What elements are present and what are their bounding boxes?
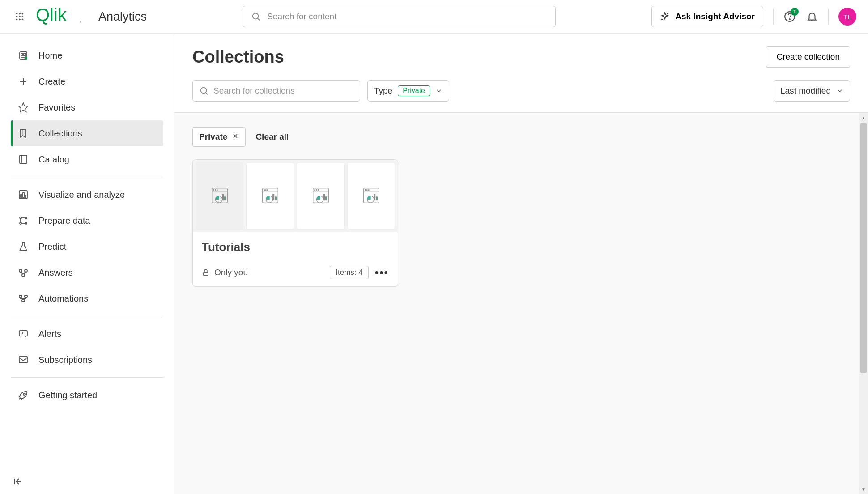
- svg-point-68: [265, 190, 266, 191]
- logo-area[interactable]: Qlik: [36, 7, 85, 26]
- close-icon[interactable]: [232, 132, 239, 142]
- card-thumbnails: [193, 160, 398, 232]
- sort-label: Last modified: [780, 86, 831, 96]
- svg-point-10: [80, 21, 81, 23]
- svg-line-55: [206, 93, 208, 95]
- sidebar-item-favorites[interactable]: Favorites: [11, 94, 163, 120]
- app-launcher-button[interactable]: [12, 9, 28, 25]
- sidebar-item-automations[interactable]: Automations: [11, 285, 163, 311]
- data-icon: [18, 215, 29, 226]
- sidebar-item-label: Predict: [38, 242, 66, 252]
- help-badge: 1: [791, 8, 799, 16]
- search-collections-input[interactable]: [213, 86, 353, 96]
- svg-point-74: [314, 190, 315, 191]
- notifications-button[interactable]: [806, 10, 818, 23]
- catalog-icon: [18, 154, 29, 165]
- chart-icon: [18, 189, 29, 200]
- scrollbar[interactable]: ▲ ▼: [859, 113, 868, 494]
- svg-rect-63: [222, 194, 223, 200]
- svg-rect-45: [25, 295, 27, 297]
- home-icon: [18, 50, 29, 61]
- type-filter[interactable]: Type Private: [367, 80, 449, 102]
- app-title: Analytics: [98, 10, 147, 24]
- sidebar-item-prepare-data[interactable]: Prepare data: [11, 208, 163, 234]
- card-right: Items: 4 •••: [330, 266, 389, 279]
- sidebar-item-collections[interactable]: Collections: [11, 120, 163, 146]
- create-collection-button[interactable]: Create collection: [766, 46, 850, 68]
- svg-point-32: [25, 217, 27, 219]
- app-thumbnail-icon: [311, 186, 331, 206]
- svg-rect-29: [23, 193, 24, 197]
- scrollbar-thumb[interactable]: [860, 123, 867, 373]
- main-content: Collections Create collection Type Priva…: [174, 34, 868, 494]
- global-search[interactable]: [243, 6, 556, 27]
- filter-chips-row: Private Clear all: [192, 127, 850, 147]
- svg-point-67: [264, 190, 264, 191]
- thumbnail: [246, 162, 294, 230]
- filter-chip-private[interactable]: Private: [192, 127, 246, 147]
- svg-line-43: [24, 272, 25, 274]
- page-title: Collections: [192, 47, 284, 67]
- user-avatar[interactable]: TL: [838, 8, 856, 26]
- search-icon: [251, 12, 261, 21]
- alert-icon: [18, 328, 29, 339]
- svg-rect-18: [21, 53, 23, 55]
- svg-line-42: [21, 272, 22, 274]
- sidebar-item-create[interactable]: Create: [11, 68, 163, 94]
- qlik-logo-icon: Qlik: [36, 7, 85, 26]
- sidebar-item-getting-started[interactable]: Getting started: [11, 382, 163, 408]
- type-value-badge: Private: [398, 85, 430, 96]
- sidebar-item-alerts[interactable]: Alerts: [11, 321, 163, 347]
- search-collections[interactable]: [192, 80, 360, 102]
- sidebar-item-answers[interactable]: Answers: [11, 260, 163, 285]
- sort-filter[interactable]: Last modified: [774, 80, 850, 102]
- svg-rect-30: [25, 196, 26, 197]
- collection-card[interactable]: Tutorials Only you Items: 4 •••: [192, 159, 398, 287]
- collapse-sidebar-button[interactable]: [13, 476, 23, 489]
- clear-all-button[interactable]: Clear all: [255, 132, 289, 142]
- sidebar-item-predict[interactable]: Predict: [11, 234, 163, 260]
- svg-point-1: [19, 13, 21, 15]
- ask-insight-advisor-button[interactable]: Ask Insight Advisor: [651, 6, 763, 27]
- visibility-label: Only you: [214, 268, 248, 277]
- svg-rect-46: [22, 300, 25, 302]
- sidebar-item-label: Alerts: [38, 329, 61, 339]
- sidebar: Home Create Favorites Collections Catalo…: [0, 34, 174, 494]
- svg-point-60: [213, 190, 214, 191]
- svg-rect-70: [272, 194, 274, 200]
- sidebar-item-subscriptions[interactable]: Subscriptions: [11, 347, 163, 373]
- svg-point-11: [253, 13, 259, 19]
- insight-label: Ask Insight Advisor: [675, 12, 755, 21]
- grid-icon: [15, 12, 25, 21]
- scroll-down-icon[interactable]: ▼: [859, 485, 868, 493]
- sidebar-divider: [11, 377, 163, 378]
- card-body: Tutorials Only you Items: 4 •••: [193, 232, 398, 286]
- global-search-input[interactable]: [267, 12, 547, 21]
- app-thumbnail-icon: [209, 186, 230, 206]
- svg-rect-85: [376, 197, 377, 200]
- card-visibility: Only you: [202, 268, 248, 277]
- app-thumbnail-icon: [260, 186, 281, 206]
- divider: [828, 9, 829, 25]
- sidebar-item-label: Answers: [38, 268, 73, 278]
- svg-point-21: [25, 57, 27, 60]
- sidebar-item-home[interactable]: Home: [11, 43, 163, 68]
- more-options-button[interactable]: •••: [375, 266, 389, 279]
- thumbnail: [347, 162, 395, 230]
- type-label: Type: [374, 86, 392, 96]
- help-button[interactable]: 1: [783, 10, 796, 23]
- svg-point-8: [22, 19, 24, 21]
- sidebar-item-label: Getting started: [38, 390, 97, 400]
- svg-rect-84: [374, 194, 375, 200]
- svg-rect-47: [19, 331, 27, 336]
- svg-point-14: [662, 19, 663, 20]
- scroll-up-icon[interactable]: ▲: [859, 114, 868, 122]
- svg-point-81: [365, 190, 366, 191]
- svg-point-31: [20, 217, 21, 219]
- svg-point-69: [267, 190, 268, 191]
- sidebar-item-catalog[interactable]: Catalog: [11, 146, 163, 172]
- sidebar-item-visualize[interactable]: Visualize and analyze: [11, 182, 163, 208]
- svg-point-5: [22, 16, 24, 17]
- search-icon: [199, 86, 209, 96]
- content-area: Private Clear all: [174, 112, 868, 494]
